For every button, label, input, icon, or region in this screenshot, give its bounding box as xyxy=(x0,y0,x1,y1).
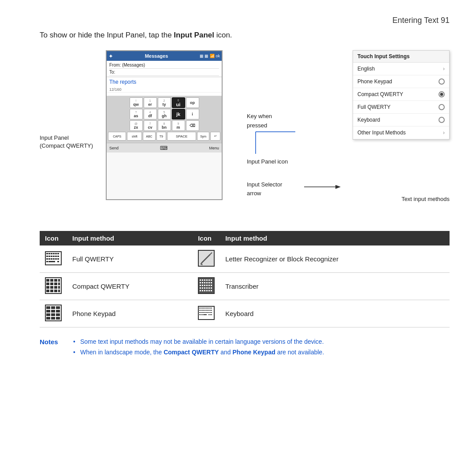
svg-rect-48 xyxy=(58,290,60,292)
settings-chevron-other-methods: › xyxy=(443,130,445,136)
settings-row-keyboard[interactable]: Keyboard xyxy=(353,114,449,126)
kb-shift: shift xyxy=(127,132,142,141)
svg-rect-17 xyxy=(46,258,48,260)
svg-rect-110 xyxy=(207,310,208,311)
settings-label-full-qwerty: Full QWERTY xyxy=(357,104,390,110)
settings-label-compact-qwerty: Compact QWERTY xyxy=(357,91,403,97)
phone-menu: Menu xyxy=(209,146,219,150)
notes-item-1: Some text input methods may not be avail… xyxy=(73,338,450,345)
svg-rect-59 xyxy=(206,282,208,283)
svg-rect-90 xyxy=(46,317,50,320)
svg-rect-52 xyxy=(204,279,205,281)
settings-row-phone-keypad[interactable]: Phone Keypad xyxy=(353,75,449,88)
kb-key-er: 1er xyxy=(144,97,157,108)
kb-space: SPACE xyxy=(167,132,196,141)
svg-rect-37 xyxy=(46,283,49,285)
svg-rect-106 xyxy=(202,310,203,311)
phone-status-icons: ▦ ▦ 📶 ok xyxy=(200,54,220,58)
phone-mockup: ✦ Messages ▦ ▦ 📶 ok From: (Messages) To:… xyxy=(106,50,223,200)
settings-row-other-methods[interactable]: Other Input Methods › xyxy=(353,126,449,139)
settings-radio-phone-keypad xyxy=(439,78,445,85)
kb-key-zx: @zx xyxy=(130,120,143,131)
method-keyboard: Keyboard xyxy=(220,300,450,327)
table-row-1: Full QWERTY Letter Recognizer or Bloc xyxy=(40,245,450,273)
svg-rect-118 xyxy=(205,312,205,313)
notes-section: Notes Some text input methods may not be… xyxy=(40,338,450,359)
svg-rect-82 xyxy=(51,306,55,309)
svg-rect-7 xyxy=(51,253,52,254)
svg-rect-45 xyxy=(46,290,49,292)
letter-recognizer-icon xyxy=(198,250,215,267)
kb-key-df: 4df xyxy=(144,109,157,119)
svg-rect-127 xyxy=(203,314,207,315)
settings-row-english[interactable]: English › xyxy=(353,63,449,75)
svg-rect-79 xyxy=(211,290,212,291)
svg-rect-81 xyxy=(46,306,50,309)
settings-label-phone-keypad: Phone Keypad xyxy=(357,78,392,85)
svg-rect-108 xyxy=(205,310,205,311)
svg-rect-62 xyxy=(200,285,201,286)
icon-cell-full-qwerty xyxy=(40,245,67,273)
svg-rect-91 xyxy=(51,317,55,320)
notes-item-2-middle: and xyxy=(219,349,232,356)
settings-row-compact-qwerty[interactable]: Compact QWERTY xyxy=(353,88,449,101)
svg-rect-111 xyxy=(208,310,209,311)
svg-rect-15 xyxy=(55,256,57,257)
svg-rect-68 xyxy=(200,287,201,289)
svg-rect-109 xyxy=(206,310,207,311)
svg-rect-115 xyxy=(201,312,201,313)
kb-key-ty: 2ty xyxy=(158,97,171,108)
col-icon-1: Icon xyxy=(40,231,67,245)
icon-cell-keyboard xyxy=(193,300,220,327)
svg-rect-73 xyxy=(211,287,212,289)
svg-rect-41 xyxy=(46,286,49,289)
svg-rect-124 xyxy=(199,314,200,315)
kb-t9: T9 xyxy=(156,132,167,141)
svg-rect-22 xyxy=(57,258,59,260)
input-methods-table: Icon Input method Icon Input method xyxy=(40,231,450,327)
phone-from: From: (Messages) xyxy=(109,62,219,69)
settings-row-full-qwerty[interactable]: Full QWERTY xyxy=(353,101,449,114)
kb-row-1: !qw 1er 2ty 6ui op xyxy=(108,97,220,108)
settings-chevron-english: › xyxy=(443,66,445,72)
compact-qwerty-icon xyxy=(45,277,62,294)
icon-cell-compact-qwerty xyxy=(40,273,67,300)
icon-cell-letter-recognizer xyxy=(193,245,220,273)
col-method-2: Input method xyxy=(220,231,450,245)
svg-rect-85 xyxy=(51,310,55,312)
col-method-1: Input method xyxy=(67,231,193,245)
svg-rect-83 xyxy=(56,306,60,309)
intro-text-before: To show or hide the Input Panel, tap the xyxy=(40,31,174,39)
kb-key-jk: jk xyxy=(172,109,185,119)
svg-rect-87 xyxy=(46,313,50,316)
svg-rect-66 xyxy=(208,285,210,286)
svg-rect-46 xyxy=(50,290,53,292)
kb-sym: Sym xyxy=(197,132,209,141)
svg-rect-105 xyxy=(201,310,201,311)
notes-compact-qwerty-bold: Compact QWERTY xyxy=(164,349,219,356)
method-compact-qwerty: Compact QWERTY xyxy=(67,273,193,300)
svg-rect-5 xyxy=(46,253,48,254)
svg-rect-95 xyxy=(201,308,201,309)
settings-radio-full-qwerty xyxy=(439,104,445,110)
input-panel-icon-label: Input Panel icon xyxy=(247,158,288,165)
method-full-qwerty: Full QWERTY xyxy=(67,245,193,273)
svg-rect-39 xyxy=(54,283,57,285)
kb-row-3: @zx 7cv 8bn 9m ⌫ xyxy=(108,120,220,131)
kb-key-gh: 5gh xyxy=(158,109,171,119)
svg-rect-114 xyxy=(199,312,200,313)
svg-rect-42 xyxy=(50,286,53,289)
svg-rect-120 xyxy=(207,312,208,313)
svg-rect-63 xyxy=(202,285,203,286)
svg-rect-128 xyxy=(208,314,209,315)
notes-list: Some text input methods may not be avail… xyxy=(73,338,450,356)
svg-rect-51 xyxy=(202,279,203,281)
notes-phone-keypad-bold: Phone Keypad xyxy=(233,349,275,356)
svg-rect-34 xyxy=(50,279,53,282)
kb-key-bn: 8bn xyxy=(158,120,171,131)
notes-item-2-before: When in landscape mode, the xyxy=(80,349,164,356)
diagram-area: Input Panel (Compact QWERTY) ✦ Messages … xyxy=(40,50,450,218)
intro-paragraph: To show or hide the Input Panel, tap the… xyxy=(40,31,450,40)
svg-rect-13 xyxy=(51,256,52,257)
svg-rect-89 xyxy=(56,313,60,316)
